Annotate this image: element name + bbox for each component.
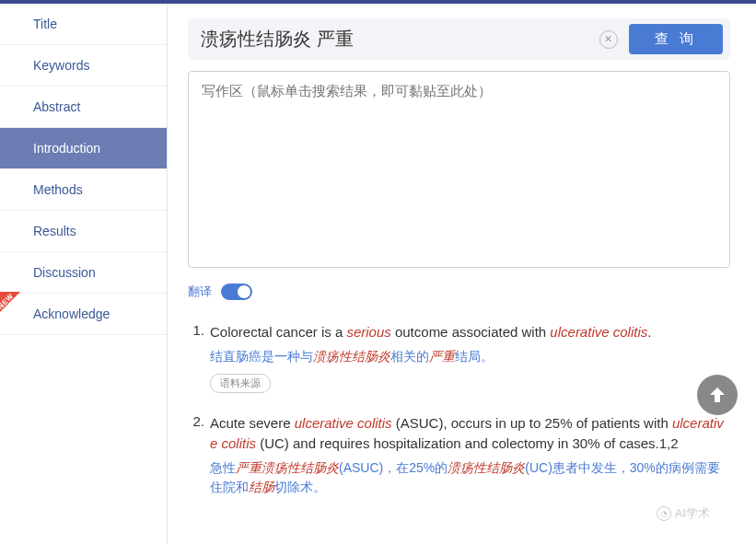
result-body: Colorectal cancer is a serious outcome a…	[210, 322, 730, 393]
result-chinese: 结直肠癌是一种与溃疡性结肠炎相关的严重结局。	[210, 347, 730, 366]
arrow-up-icon	[706, 384, 728, 406]
translate-label: 翻译	[188, 284, 212, 300]
watermark: ◔ AI学术	[657, 505, 710, 522]
sidebar-item-results[interactable]: Results	[0, 211, 167, 252]
clear-icon[interactable]: ✕	[599, 30, 618, 49]
result-english: Colorectal cancer is a serious outcome a…	[210, 322, 730, 343]
source-button[interactable]: 语料来源	[210, 374, 271, 393]
query-button[interactable]: 查 询	[629, 24, 723, 54]
writing-textarea[interactable]	[188, 71, 730, 268]
result-item[interactable]: 2. Acute severe ulcerative colitis (ASUC…	[188, 413, 730, 497]
scroll-top-button[interactable]	[697, 375, 738, 415]
result-english: Acute severe ulcerative colitis (ASUC), …	[210, 413, 730, 455]
sidebar-item-methods[interactable]: Methods	[0, 169, 167, 211]
result-number: 1.	[188, 322, 210, 393]
search-bar: ✕ 查 询	[188, 18, 730, 60]
sidebar-item-discussion[interactable]: Discussion	[0, 252, 167, 294]
app-container: Title Keywords Abstract Introduction Met…	[0, 4, 756, 544]
result-body: Acute severe ulcerative colitis (ASUC), …	[210, 413, 730, 497]
sidebar-item-introduction[interactable]: Introduction	[0, 128, 167, 169]
sidebar-item-abstract[interactable]: Abstract	[0, 87, 167, 128]
sidebar-item-keywords[interactable]: Keywords	[0, 45, 167, 87]
sidebar-item-title[interactable]: Title	[0, 4, 167, 45]
results-list: 1. Colorectal cancer is a serious outcom…	[188, 322, 730, 497]
wechat-icon: ◔	[657, 506, 671, 521]
result-item[interactable]: 1. Colorectal cancer is a serious outcom…	[188, 322, 730, 393]
sidebar-item-acknowledge[interactable]: NEW Acknowledge	[0, 294, 167, 335]
result-number: 2.	[188, 413, 210, 497]
watermark-text: AI学术	[675, 505, 710, 522]
translate-toggle[interactable]	[221, 284, 252, 300]
main-content: ✕ 查 询 翻译 1. Colorectal cancer is a serio…	[168, 4, 756, 544]
new-badge: NEW	[0, 292, 29, 323]
sidebar-item-label: Acknowledge	[33, 307, 110, 321]
search-input[interactable]	[201, 29, 599, 50]
result-chinese: 急性严重溃疡性结肠炎(ASUC)，在25%的溃疡性结肠炎(UC)患者中发生，30…	[210, 458, 730, 497]
translate-row: 翻译	[188, 284, 730, 300]
new-badge-text: NEW	[0, 292, 15, 311]
sidebar: Title Keywords Abstract Introduction Met…	[0, 4, 168, 544]
